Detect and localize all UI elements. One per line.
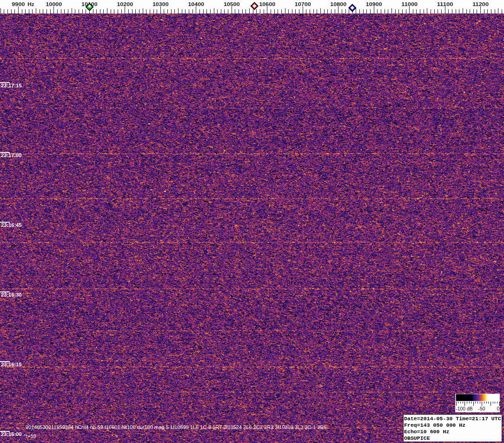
- svg-text:10600: 10600: [259, 1, 275, 7]
- svg-text:10700: 10700: [295, 1, 311, 7]
- svg-text:9900: 9900: [12, 1, 25, 7]
- svg-text:Hz: Hz: [27, 1, 34, 7]
- svg-text:10200: 10200: [117, 1, 133, 7]
- svg-text:10900: 10900: [366, 1, 382, 7]
- svg-text:10400: 10400: [188, 1, 204, 7]
- svg-text:11000: 11000: [401, 1, 418, 7]
- svg-text:11200: 11200: [472, 1, 489, 7]
- svg-text:10300: 10300: [153, 1, 169, 7]
- svg-text:10000: 10000: [46, 1, 62, 7]
- svg-text:10500: 10500: [224, 1, 240, 7]
- svg-text:11100: 11100: [437, 1, 453, 7]
- svg-text:10800: 10800: [330, 1, 346, 7]
